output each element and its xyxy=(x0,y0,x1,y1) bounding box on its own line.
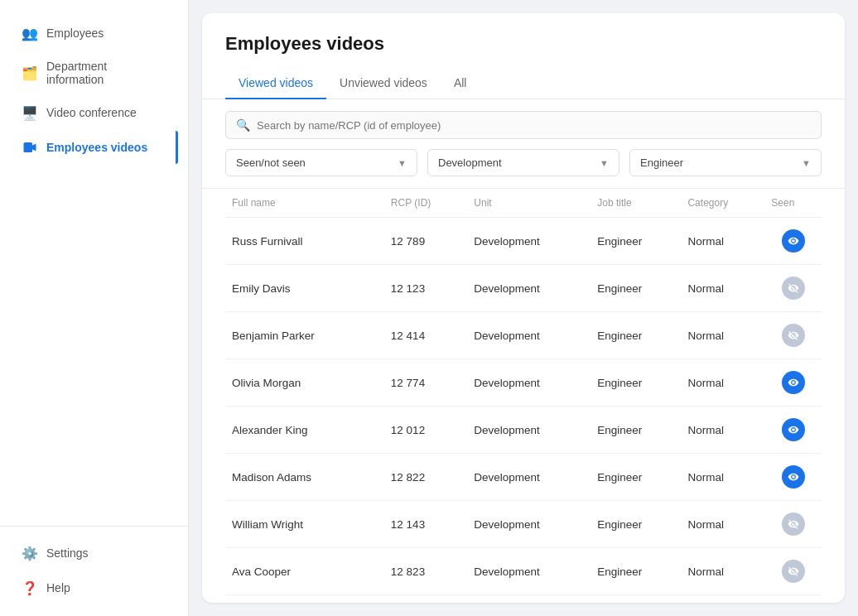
search-input[interactable] xyxy=(257,119,811,132)
settings-icon: ⚙️ xyxy=(22,545,38,561)
seen-cell-row-0 xyxy=(764,218,822,265)
tab-all[interactable]: All xyxy=(441,68,480,99)
seen-icon[interactable] xyxy=(782,465,805,488)
cell-3-row-4: Engineer xyxy=(590,407,681,454)
content-header: Employees videos Viewed videosUnviewed v… xyxy=(202,13,845,99)
help-icon: ❓ xyxy=(22,580,38,596)
not-seen-icon[interactable] xyxy=(782,277,805,300)
cell-3-row-1: Engineer xyxy=(590,265,681,312)
seen-cell-row-8 xyxy=(764,595,822,604)
active-indicator xyxy=(176,131,178,164)
cell-1-row-5: 12 822 xyxy=(384,454,467,501)
cell-0-row-3: Olivia Morgan xyxy=(225,359,384,407)
not-seen-icon[interactable] xyxy=(782,560,805,583)
table-wrapper: Full nameRCP (ID)UnitJob titleCategorySe… xyxy=(202,189,845,603)
cell-4-row-4: Normal xyxy=(681,407,764,454)
svg-rect-0 xyxy=(24,142,33,152)
table-body: Russ Furnivall12 789DevelopmentEngineerN… xyxy=(225,218,822,604)
tab-viewed[interactable]: Viewed videos xyxy=(225,68,326,99)
cell-1-row-4: 12 012 xyxy=(384,407,467,454)
seen-not-seen-dropdown[interactable]: Seen/not seen ▼ xyxy=(225,149,417,176)
page-title: Employees videos xyxy=(225,33,822,55)
content-card: Employees videos Viewed videosUnviewed v… xyxy=(202,13,845,603)
table-row: William Wright12 143DevelopmentEngineerN… xyxy=(225,501,822,548)
seen-cell-row-7 xyxy=(764,548,822,595)
cell-1-row-8: 12 052 xyxy=(384,595,467,604)
cell-4-row-7: Normal xyxy=(681,548,764,595)
sidebar-item-label-department-information: Department information xyxy=(46,60,166,86)
cell-3-row-3: Engineer xyxy=(590,359,681,407)
cell-3-row-5: Engineer xyxy=(590,454,681,501)
sidebar-item-help[interactable]: ❓Help xyxy=(10,571,178,604)
employees-icon: 👥 xyxy=(22,25,38,41)
main-content: Employees videos Viewed videosUnviewed v… xyxy=(189,0,858,616)
cell-2-row-8: Development xyxy=(467,595,590,604)
cell-0-row-5: Madison Adams xyxy=(225,454,384,501)
table-row: Ethan Collins12 052DevelopmentEngineerNo… xyxy=(225,595,822,604)
department-information-icon: 🗂️ xyxy=(22,65,38,81)
unit-label: Development xyxy=(438,156,502,169)
cell-3-row-0: Engineer xyxy=(590,218,681,265)
cell-1-row-1: 12 123 xyxy=(384,265,467,312)
seen-cell-row-4 xyxy=(764,407,822,454)
seen-icon[interactable] xyxy=(782,418,805,441)
job-title-dropdown[interactable]: Engineer ▼ xyxy=(629,149,822,176)
cell-3-row-8: Engineer xyxy=(590,595,681,604)
cell-4-row-3: Normal xyxy=(681,359,764,407)
sidebar-item-label-help: Help xyxy=(46,581,70,594)
search-icon: 🔍 xyxy=(236,118,250,132)
sidebar-item-settings[interactable]: ⚙️Settings xyxy=(10,537,178,570)
cell-0-row-7: Ava Cooper xyxy=(225,548,384,595)
cell-1-row-0: 12 789 xyxy=(384,218,467,265)
filters-row: 🔍 Seen/not seen ▼ Development ▼ Engineer… xyxy=(202,99,845,189)
cell-1-row-3: 12 774 xyxy=(384,359,467,407)
sidebar-item-employees[interactable]: 👥Employees xyxy=(10,17,178,50)
sidebar-item-label-settings: Settings xyxy=(46,546,89,560)
table-row: Benjamin Parker12 414DevelopmentEngineer… xyxy=(225,312,822,359)
seen-cell-row-5 xyxy=(764,454,822,501)
cell-4-row-5: Normal xyxy=(681,454,764,501)
cell-3-row-6: Engineer xyxy=(590,501,681,548)
cell-2-row-0: Development xyxy=(467,218,590,265)
table-row: Madison Adams12 822DevelopmentEngineerNo… xyxy=(225,454,822,501)
cell-0-row-8: Ethan Collins xyxy=(225,595,384,604)
sidebar: 👥Employees🗂️Department information🖥️Vide… xyxy=(0,0,189,616)
sidebar-item-department-information[interactable]: 🗂️Department information xyxy=(10,51,178,94)
seen-icon[interactable] xyxy=(782,371,805,394)
chevron-down-icon: ▼ xyxy=(600,158,609,168)
cell-0-row-0: Russ Furnivall xyxy=(225,218,384,265)
chevron-down-icon: ▼ xyxy=(398,158,407,168)
cell-2-row-1: Development xyxy=(467,265,590,312)
cell-2-row-2: Development xyxy=(467,312,590,359)
seen-cell-row-6 xyxy=(764,501,822,548)
seen-cell-row-1 xyxy=(764,265,822,312)
cell-0-row-2: Benjamin Parker xyxy=(225,312,384,359)
cell-4-row-6: Normal xyxy=(681,501,764,548)
sidebar-item-label-employees: Employees xyxy=(46,26,104,40)
cell-2-row-7: Development xyxy=(467,548,590,595)
dropdowns-row: Seen/not seen ▼ Development ▼ Engineer ▼ xyxy=(225,149,822,176)
table-row: Russ Furnivall12 789DevelopmentEngineerN… xyxy=(225,218,822,265)
sidebar-item-video-conference[interactable]: 🖥️Video conference xyxy=(10,96,178,129)
th-rcp-id: RCP (ID) xyxy=(384,189,467,218)
tab-unviewed[interactable]: Unviewed videos xyxy=(326,68,441,99)
cell-4-row-8: Normal xyxy=(681,595,764,604)
th-category: Category xyxy=(681,189,764,218)
not-seen-icon[interactable] xyxy=(782,513,805,536)
table-row: Ava Cooper12 823DevelopmentEngineerNorma… xyxy=(225,548,822,595)
cell-2-row-5: Development xyxy=(467,454,590,501)
unit-dropdown[interactable]: Development ▼ xyxy=(427,149,619,176)
cell-4-row-0: Normal xyxy=(681,218,764,265)
not-seen-icon[interactable] xyxy=(782,324,805,347)
seen-icon[interactable] xyxy=(782,229,805,253)
sidebar-item-employees-videos[interactable]: Employees videos xyxy=(10,131,178,164)
th-full-name: Full name xyxy=(225,189,384,218)
chevron-down-icon: ▼ xyxy=(802,158,811,168)
table-header: Full nameRCP (ID)UnitJob titleCategorySe… xyxy=(225,189,822,218)
cell-3-row-2: Engineer xyxy=(590,312,681,359)
cell-1-row-7: 12 823 xyxy=(384,548,467,595)
table-header-row: Full nameRCP (ID)UnitJob titleCategorySe… xyxy=(225,189,822,218)
cell-0-row-4: Alexander King xyxy=(225,407,384,454)
video-conference-icon: 🖥️ xyxy=(22,104,38,121)
seen-cell-row-2 xyxy=(764,312,822,359)
